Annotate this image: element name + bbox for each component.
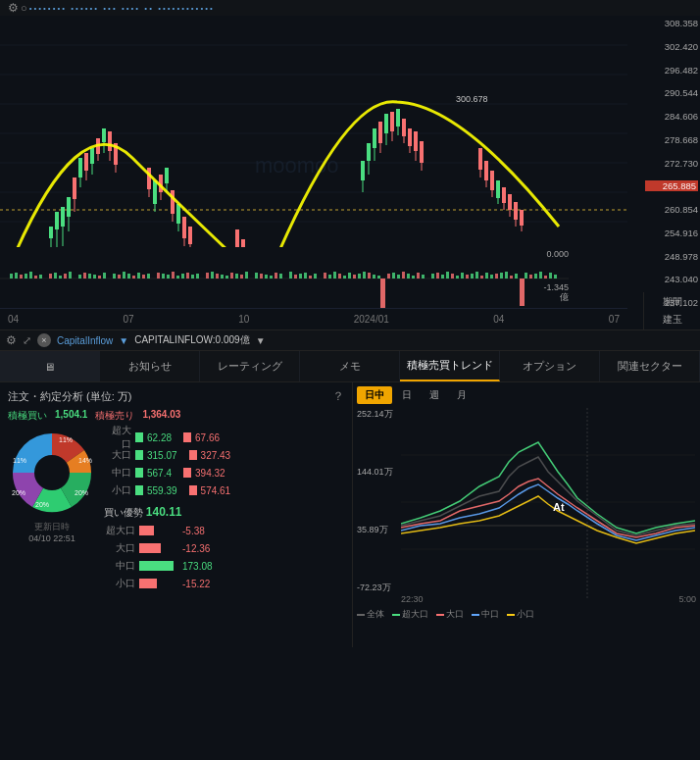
- price-label: 284.606: [645, 111, 698, 122]
- bt-label: 中口: [104, 559, 135, 573]
- svg-rect-129: [69, 272, 72, 279]
- svg-rect-96: [514, 202, 518, 220]
- settings-icon[interactable]: ⚙: [6, 333, 17, 347]
- tab-options[interactable]: オプション: [500, 351, 600, 381]
- svg-rect-211: [505, 272, 508, 279]
- svg-rect-74: [396, 109, 400, 127]
- row-label: 中口: [104, 466, 131, 480]
- tab-trend-label: 積極売買トレンド: [407, 358, 493, 373]
- legend-item-chuguchi: 中口: [472, 608, 499, 621]
- tatemoku-label[interactable]: 建玉: [663, 313, 682, 327]
- svg-rect-179: [343, 276, 346, 279]
- tab-monitor[interactable]: 🖥: [0, 351, 100, 381]
- circle-icon[interactable]: ○: [21, 2, 27, 14]
- svg-rect-195: [520, 279, 525, 306]
- buy-val: 315.07: [147, 450, 177, 461]
- svg-rect-98: [520, 210, 524, 226]
- tab-memo[interactable]: メモ: [300, 351, 400, 381]
- svg-rect-14: [55, 212, 59, 229]
- data-table: 超大口 62.28 67.66 大口 315.07 327.43: [104, 429, 344, 592]
- buy-val: 559.39: [147, 485, 177, 496]
- svg-rect-145: [162, 274, 165, 279]
- price-label: 254.916: [645, 228, 698, 238]
- svg-rect-147: [172, 272, 175, 279]
- sell-val: 327.43: [201, 450, 231, 461]
- buy-bar-icon: [135, 468, 143, 478]
- svg-rect-127: [59, 276, 62, 279]
- row-label: 小口: [104, 483, 131, 497]
- sub-tab-month[interactable]: 月: [449, 386, 475, 404]
- ci-value-arrow[interactable]: ▼: [256, 335, 266, 346]
- svg-rect-182: [358, 274, 361, 279]
- left-analysis-panel: 注文・約定分析 (単位: 万) ？ 積極買い 1,504.1 積極売り 1,36…: [0, 382, 353, 647]
- svg-rect-32: [108, 131, 112, 151]
- tab-sector[interactable]: 関連セクター: [600, 351, 700, 381]
- price-label: 243.040: [645, 274, 698, 284]
- svg-rect-171: [299, 274, 302, 279]
- date-04-right: 04: [493, 314, 504, 325]
- svg-rect-42: [165, 168, 169, 183]
- svg-rect-186: [377, 276, 380, 279]
- svg-rect-138: [123, 272, 125, 279]
- svg-rect-202: [461, 273, 464, 279]
- svg-rect-196: [431, 274, 434, 279]
- svg-rect-132: [88, 274, 91, 279]
- svg-rect-128: [64, 274, 67, 279]
- svg-rect-208: [490, 275, 493, 279]
- svg-rect-213: [515, 274, 518, 279]
- bt-neg-bar: [139, 526, 154, 535]
- right-chart-container: 252.14万 144.01万 35.89万 -72.23万: [357, 408, 696, 604]
- svg-rect-18: [67, 197, 71, 217]
- bt-neg-bar: [139, 543, 161, 553]
- tab-rating[interactable]: レーティング: [200, 351, 300, 381]
- expand-icon[interactable]: ⤢: [23, 334, 31, 347]
- pie-chart: 11% 14% 20% 20% 20% 11% 更新日時 04/10 22:51: [8, 429, 96, 517]
- svg-rect-152: [196, 274, 199, 279]
- svg-rect-26: [90, 148, 94, 164]
- svg-rect-144: [157, 273, 160, 279]
- svg-rect-191: [407, 274, 410, 279]
- svg-rect-198: [441, 275, 444, 279]
- ci-dropdown-arrow[interactable]: ▼: [119, 335, 128, 346]
- svg-rect-16: [61, 207, 65, 227]
- svg-rect-66: [373, 128, 376, 148]
- sub-tab-intraday[interactable]: 日中: [357, 386, 392, 404]
- svg-rect-131: [83, 273, 86, 279]
- gear-icon[interactable]: ⚙: [8, 1, 19, 15]
- svg-rect-52: [235, 229, 239, 249]
- sell-value: 1,364.03: [142, 409, 180, 423]
- svg-rect-149: [181, 274, 184, 279]
- sub-tab-day[interactable]: 日: [394, 386, 420, 404]
- buy-bar-icon: [135, 485, 143, 495]
- row-label: 大口: [104, 448, 131, 462]
- nav-tabs-bar: 🖥 お知らせ レーティング メモ 積極売買トレンド オプション 関連セクター: [0, 351, 700, 382]
- capital-inflow-label[interactable]: CapitalInflow: [57, 335, 113, 346]
- main-content: 注文・約定分析 (単位: 万) ？ 積極買い 1,504.1 積極売り 1,36…: [0, 382, 700, 647]
- tab-trend[interactable]: 積極売買トレンド: [400, 351, 500, 381]
- svg-rect-158: [230, 273, 233, 279]
- svg-rect-183: [363, 272, 366, 279]
- close-inflow-button[interactable]: ×: [37, 333, 51, 347]
- svg-rect-153: [206, 273, 209, 279]
- inflow-zero: 0.000: [546, 249, 569, 259]
- legend-dot-yellow: [507, 614, 515, 616]
- legend-item-shoguchi: 小口: [507, 608, 534, 621]
- svg-rect-20: [73, 177, 76, 199]
- svg-rect-134: [98, 276, 101, 279]
- bt-val: -15.22: [182, 579, 210, 589]
- tab-notice-label: お知らせ: [128, 359, 172, 374]
- sub-tab-week[interactable]: 週: [422, 386, 447, 404]
- svg-rect-216: [534, 274, 537, 279]
- legend-dot-all: [357, 614, 365, 616]
- sell-label: 積極売り: [95, 409, 134, 423]
- right-chart-panel: 日中 日 週 月 252.14万 144.01万 35.89万 -72.23万: [353, 382, 700, 647]
- svg-rect-92: [502, 187, 506, 203]
- svg-text:300.678: 300.678: [456, 94, 488, 104]
- inflow-chart-area: 0.000 -1.345 億: [0, 247, 627, 308]
- svg-rect-76: [402, 119, 406, 136]
- buy-advantage-row: 買い優勢 140.11: [104, 499, 344, 522]
- svg-rect-168: [279, 274, 282, 279]
- period-label[interactable]: 期間: [663, 295, 682, 309]
- tab-notice[interactable]: お知らせ: [100, 351, 200, 381]
- info-icon[interactable]: ？: [332, 388, 344, 405]
